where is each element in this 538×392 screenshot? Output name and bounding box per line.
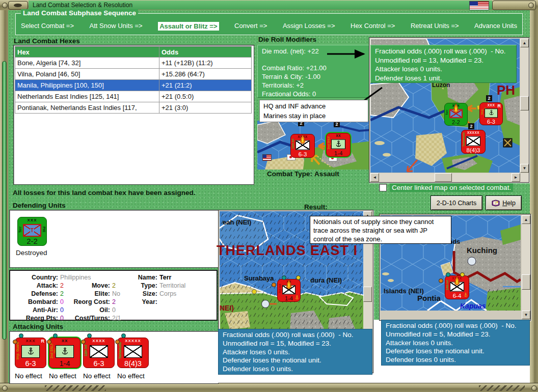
step-assign-losses: Assign Losses => [283, 22, 335, 31]
attacking-units-title: Attacking Units [13, 323, 63, 330]
column-header-odds: Odds [159, 47, 251, 57]
screw-icon [528, 3, 534, 8]
combat-ratio: Combat Ratio: +21.00 [262, 64, 370, 72]
table-row-selected[interactable]: Manila, Philippines [100, 150] +21 (21:2… [15, 80, 252, 91]
charts-button[interactable]: 2-D-10 Charts [431, 195, 482, 210]
step-select-combat: Select Combat => [21, 22, 74, 31]
screw-icon [2, 3, 8, 8]
marine-symbol [56, 345, 74, 358]
status-dot [272, 283, 276, 287]
infantry-symbol [90, 345, 108, 358]
subphase-sequence-group: Land Combat Subphase Sequence Select Com… [15, 13, 523, 35]
step-retreat-units: Retreat Units => [411, 22, 459, 31]
unit-counter-2nd-snlf[interactable]: XX 2nd SNLF Div 1-4 [326, 133, 351, 157]
table-row[interactable]: Pontianak, Netherlands East Indies [117,… [15, 102, 252, 114]
advance-note-tooltip: HQ and INF advance Marines stay in place [259, 100, 368, 122]
pontianak-result-box: Fractional odds (.000) roll was (.000) -… [381, 320, 530, 366]
step-att-snow-units: Att Snow Units => [90, 22, 143, 31]
terrain-city: Terrain & City: -1.00 [262, 72, 370, 81]
marine-symbol [331, 139, 345, 149]
unit-counter-yamamoto[interactable]: XXXXX Yamamoto 8(4)3 [117, 338, 149, 368]
unit-status: No effect [15, 372, 42, 380]
combat-closeup-map[interactable]: 2 2 XXXX 11th Inf 6-3 XX 2nd SNLF Div 1-… [257, 121, 372, 170]
unit-counter-11th-inf[interactable]: XXXX 11th Inf 6-3 [83, 338, 115, 368]
system-menu-button[interactable] [8, 1, 28, 10]
fire-icon [451, 103, 461, 114]
map-label-nei-corner: eah (NEI) [223, 218, 251, 226]
hex-table-header: Hex Odds [15, 46, 252, 58]
unit-counter-imp-guard[interactable]: XXX R Imp. Guard 6-3 [15, 338, 46, 368]
fire-icon [452, 276, 462, 286]
fire-icon [284, 279, 294, 290]
map-label-ph: PH [497, 82, 515, 98]
die-roll-modifiers-panel: Die mod. (net): +22 Combat Ratio: +21.00… [257, 45, 370, 98]
map-label-surabaya: Surabaya [244, 274, 274, 282]
titlebar-right-button[interactable] [492, 1, 536, 10]
scroll-up-icon[interactable]: ▲ [520, 39, 529, 47]
table-row[interactable]: Bone, Algeria [74, 32] +11 (+12B) (11:2) [15, 58, 252, 69]
nei-result-box: Fractional odds (.000) roll was (.000) -… [218, 329, 372, 375]
dialog-content: Land Combat Subphase Sequence Select Com… [8, 10, 530, 383]
screw-icon [2, 385, 8, 391]
marine-symbol [21, 345, 40, 358]
status-dot [282, 275, 286, 280]
window-title: Land Combat Selection & Resolution [33, 2, 132, 9]
die-mod-net: Die mod. (net): +22 [262, 47, 370, 55]
unit-counter-2nd-snlf[interactable]: XX 2nd SNLF Div 1-4 [49, 338, 80, 368]
hex-list-panel: Hex Odds Bone, Algeria [74, 32] +11 (+12… [13, 45, 254, 185]
unit-status: No effect [83, 372, 111, 380]
status-dot [296, 275, 301, 280]
hscroll-thumb[interactable] [435, 173, 452, 182]
status-dot [19, 333, 23, 338]
vscroll-thumb[interactable] [520, 96, 529, 110]
window-frame-right [530, 10, 538, 383]
help-book-icon [492, 200, 500, 207]
status-dot [81, 340, 86, 344]
vscroll-thumb[interactable] [522, 274, 530, 290]
unit-counter-3rd-ind-div[interactable]: XX 3rd Ind Div 1-4 [277, 279, 301, 302]
center-map-checkbox[interactable] [379, 184, 387, 191]
unit-counter-terr[interactable]: XXX Terr 2-2 [444, 103, 468, 126]
scroll-right-icon[interactable]: ► [512, 173, 520, 182]
help-button[interactable]: Help [486, 195, 522, 210]
center-map-checkbox-label: Center linked map on selected combat. [390, 183, 513, 192]
defending-units-title: Defending Units [13, 202, 66, 209]
table-row[interactable]: Vilna, Poland [46, 50] +15.286 (64:7) [15, 69, 252, 80]
infantry-symbol [466, 136, 480, 146]
scroll-down-icon[interactable]: ▼ [520, 164, 529, 173]
us-flag-icon [469, 1, 489, 10]
map-vscrollbar[interactable] [522, 215, 530, 319]
step-assault-or-blitz: Assault or Blitz => [158, 22, 219, 31]
map-label-kapuas: Kapuas [460, 302, 486, 310]
status-dot [87, 333, 92, 338]
screw-icon [531, 385, 537, 391]
unit-counter-11th-inf[interactable]: XXXX 11th Inf 6-3 [290, 134, 315, 158]
vscroll-thumb[interactable] [363, 287, 372, 302]
attacking-units-panel: XXX R Imp. Guard 6-3 XX 2nd SNLF Div 1-4… [9, 331, 219, 384]
fire-icon [298, 134, 308, 145]
unit-counter-yamamoto[interactable]: XXXXX Yamamoto 8(4)3 [461, 130, 486, 154]
map-label-nei: NEI) [220, 304, 234, 312]
status-dot [13, 340, 17, 344]
unit-counter-imp-guard[interactable]: XXX R Imp. Guard 6-3 [479, 102, 503, 125]
status-dot [53, 333, 58, 338]
defending-units-panel: XXX Terr PHI T 2-2 Destroyed [9, 210, 219, 268]
stats-col-2: Move:2 Elite:No Reorg Cost:2 Oil:0 Cost/… [65, 282, 121, 322]
window-frame-bottom [0, 383, 538, 392]
scroll-left-icon[interactable]: ◄ [370, 173, 379, 182]
status-dot [439, 278, 443, 283]
status-dot [121, 333, 126, 338]
map-label-madura: dura (NEI) [310, 276, 342, 284]
status-dot [460, 272, 465, 277]
unit-status: No effect [117, 372, 145, 380]
map-label-pontianak: Pontia [417, 294, 441, 302]
map-label-kuching: Kuching [467, 246, 497, 255]
table-row[interactable]: Netherlands East Indies [125, 141] +21 (… [15, 91, 252, 102]
step-hex-control: Hex Control => [351, 22, 395, 31]
scroll-down-icon[interactable]: ▼ [522, 311, 530, 319]
die-roll-modifiers-title: Die Roll Modifiers [258, 36, 316, 43]
scroll-up-icon[interactable]: ▲ [522, 215, 530, 224]
unit-counter-14th-inf[interactable]: XXXX 14th Inf 6-4 [445, 275, 469, 299]
unit-counter-terr-destroyed[interactable]: XXX Terr PHI T 2-2 [17, 217, 47, 246]
hex-list-title: Land Combat Hexes [14, 37, 80, 45]
